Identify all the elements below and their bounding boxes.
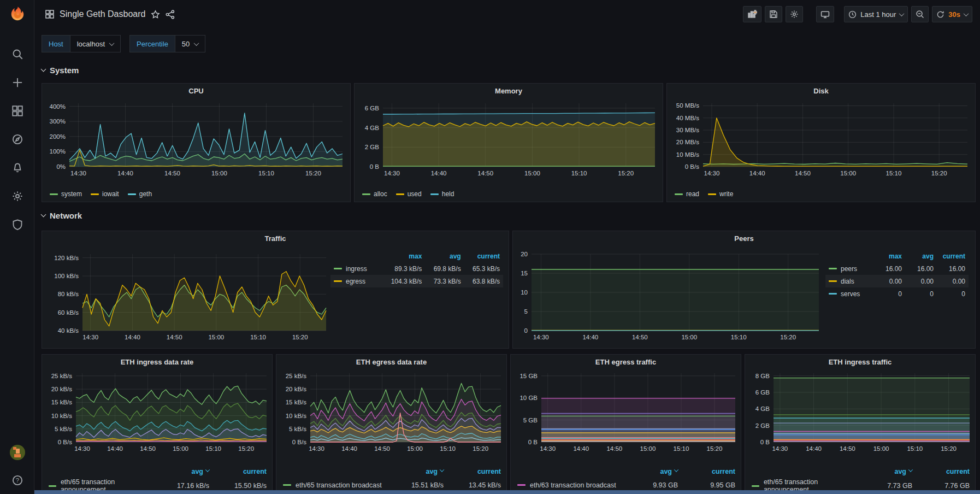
eth-egress-data-rate-chart[interactable]: 0 B/s5 kB/s10 kB/s15 kB/s20 kB/s25 kB/s1…: [279, 369, 504, 454]
legend-header-row: avgcurrent: [517, 464, 735, 478]
refresh-button[interactable]: 30s: [932, 6, 972, 22]
add-panel-button[interactable]: [743, 6, 761, 22]
svg-text:15:10: 15:10: [440, 445, 456, 452]
panel-title[interactable]: Disk: [667, 84, 975, 98]
svg-text:2 GB: 2 GB: [755, 422, 770, 429]
time-range-picker[interactable]: Last 1 hour: [844, 6, 908, 22]
svg-text:4 GB: 4 GB: [755, 405, 770, 412]
legend-series-peers[interactable]: peers: [829, 265, 870, 273]
legend-value: 0.00: [902, 278, 934, 285]
legend-series[interactable]: eth/63 transaction broadcast: [517, 481, 623, 489]
svg-text:14:40: 14:40: [125, 334, 140, 340]
legend-sort-current[interactable]: current: [934, 252, 965, 260]
legend-series[interactable]: eth/65 transaction broadcast: [283, 481, 389, 489]
legend-sort-max[interactable]: max: [383, 252, 422, 260]
panel-title[interactable]: CPU: [42, 84, 350, 98]
svg-text:15:20: 15:20: [941, 445, 957, 452]
plus-icon[interactable]: [11, 77, 23, 89]
dashboard-title[interactable]: Single Geth Dasboard: [60, 9, 145, 19]
legend-header-row: avgcurrent: [49, 464, 267, 478]
svg-text:15:00: 15:00: [173, 445, 188, 452]
search-icon[interactable]: [11, 48, 23, 60]
variable-host-value[interactable]: localhost: [70, 35, 121, 52]
panel-title[interactable]: Peers: [513, 231, 975, 245]
legend-series-ingress[interactable]: ingress: [334, 265, 383, 273]
user-avatar[interactable]: [10, 445, 25, 460]
legend-series-dials[interactable]: dials: [829, 278, 870, 285]
svg-text:14:50: 14:50: [795, 170, 811, 177]
legend-sort-current[interactable]: current: [678, 468, 735, 475]
share-icon[interactable]: [166, 10, 175, 19]
panel-cpu: CPU 0%100%200%300%400%14:3014:4014:5015:…: [42, 83, 351, 202]
legend-label: geth: [139, 190, 152, 198]
variable-host-label[interactable]: Host: [42, 35, 70, 52]
panel-title[interactable]: Memory: [355, 84, 663, 98]
legend-sort-avg[interactable]: avg: [422, 252, 461, 260]
legend-series-serves[interactable]: serves: [829, 290, 870, 298]
memory-chart[interactable]: 0 B2 GB4 GB6 GB14:3014:4014:5015:0015:10…: [358, 99, 659, 180]
dashboards-grid-icon[interactable]: [11, 105, 23, 117]
svg-text:14:40: 14:40: [573, 445, 589, 452]
panel-title[interactable]: ETH ingress data rate: [42, 355, 272, 369]
server-admin-shield-icon[interactable]: [11, 219, 23, 231]
legend-sort-current[interactable]: current: [461, 252, 500, 260]
legend-value: 16.00: [870, 265, 902, 273]
legend-sort-avg[interactable]: avg: [623, 468, 678, 475]
legend-sort-avg[interactable]: avg: [902, 252, 934, 260]
eth-ingress-data-rate-chart[interactable]: 0 B/s5 kB/s10 kB/s15 kB/s20 kB/s25 kB/s1…: [44, 369, 270, 454]
legend-sort-current[interactable]: current: [444, 468, 501, 475]
panel-title[interactable]: ETH ingress traffic: [745, 355, 975, 369]
legend-sort-max[interactable]: max: [870, 252, 902, 260]
svg-text:15:00: 15:00: [208, 334, 224, 340]
svg-text:15:10: 15:10: [907, 445, 923, 452]
legend-item-write[interactable]: write: [708, 190, 733, 198]
traffic-chart[interactable]: 40 kB/s60 kB/s80 kB/s100 kB/s120 kB/s14:…: [45, 246, 329, 345]
legend-sort-current[interactable]: current: [912, 468, 970, 475]
section-network[interactable]: Network: [42, 211, 82, 220]
legend-series-egress[interactable]: egress: [334, 278, 383, 285]
legend-item-iowait[interactable]: iowait: [91, 190, 119, 198]
star-icon[interactable]: [151, 10, 160, 19]
legend-item-system[interactable]: system: [50, 190, 82, 198]
configuration-gear-icon[interactable]: [11, 190, 23, 202]
legend-item-alloc[interactable]: alloc: [362, 190, 387, 198]
disk-chart[interactable]: 0 B/s10 MB/s20 MB/s30 MB/s40 MB/s50 MB/s…: [670, 99, 972, 180]
grafana-logo[interactable]: [0, 0, 34, 28]
legend-value: 0.00: [870, 278, 902, 285]
svg-text:14:30: 14:30: [384, 170, 400, 177]
chart-canvas: 0 B/s5 kB/s10 kB/s15 kB/s20 kB/s25 kB/s1…: [44, 369, 270, 454]
panel-title[interactable]: ETH egress traffic: [511, 355, 741, 369]
section-system[interactable]: System: [42, 66, 79, 75]
legend-value: 15.51 kB/s: [389, 481, 444, 489]
variable-percentile-value[interactable]: 50: [175, 35, 205, 52]
legend-sort-avg[interactable]: avg: [858, 468, 912, 475]
zoom-out-time-button[interactable]: [911, 6, 929, 22]
save-dashboard-button[interactable]: [765, 6, 782, 22]
cpu-chart[interactable]: 0%100%200%300%400%14:3014:4014:5015:0015…: [45, 99, 347, 180]
legend-sort-avg[interactable]: avg: [389, 468, 444, 475]
refresh-icon: [936, 10, 944, 19]
cycle-view-tv-button[interactable]: [816, 6, 834, 22]
panel-title[interactable]: ETH egress data rate: [276, 355, 506, 369]
svg-text:15 kB/s: 15 kB/s: [51, 399, 73, 405]
peers-chart[interactable]: 0510152014:3014:4014:5015:0015:1015:20: [516, 246, 822, 345]
series-color-dash: [708, 193, 716, 195]
legend-item-used[interactable]: used: [396, 190, 422, 198]
legend-item-held[interactable]: held: [430, 190, 454, 198]
legend-item-geth[interactable]: geth: [128, 190, 152, 198]
alerting-bell-icon[interactable]: [11, 162, 23, 174]
explore-compass-icon[interactable]: [11, 133, 23, 145]
panel-title[interactable]: Traffic: [42, 231, 509, 245]
legend-item-read[interactable]: read: [675, 190, 699, 198]
legend-sort-current[interactable]: current: [209, 468, 267, 475]
panel-memory: Memory 0 B2 GB4 GB6 GB14:3014:4014:5015:…: [354, 83, 663, 202]
legend-sort-avg[interactable]: avg: [155, 468, 209, 475]
eth-egress-traffic-chart[interactable]: 0 B5 GB10 GB15 GB14:3014:4014:5015:0015:…: [513, 369, 739, 454]
variable-percentile-label[interactable]: Percentile: [129, 35, 175, 52]
series-color-dash: [283, 484, 291, 486]
eth-ingress-traffic-chart[interactable]: 0 B2 GB4 GB6 GB8 GB14:3014:4014:5015:001…: [747, 369, 973, 454]
help-icon[interactable]: ?: [11, 474, 23, 486]
svg-text:40 kB/s: 40 kB/s: [58, 327, 79, 334]
dashboard-settings-button[interactable]: [786, 6, 803, 22]
legend-label: write: [719, 190, 733, 198]
